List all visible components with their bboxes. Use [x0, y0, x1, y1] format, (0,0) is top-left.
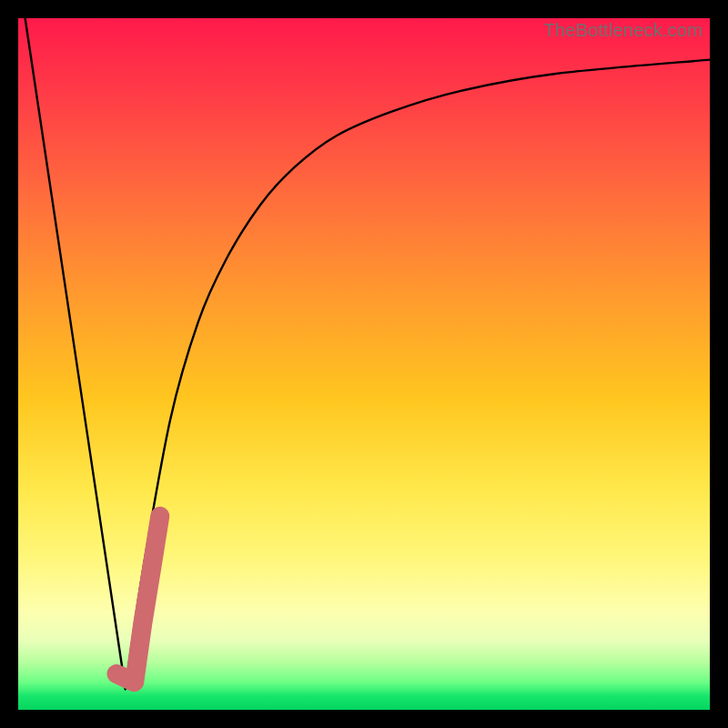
right-curve: [126, 60, 710, 690]
chart-lines-svg: [18, 18, 710, 710]
pink-marker-j: [116, 516, 160, 682]
left-line: [25, 18, 126, 689]
chart-frame: TheBottleneck.com: [0, 0, 728, 728]
chart-plot-area: TheBottleneck.com: [18, 18, 710, 710]
